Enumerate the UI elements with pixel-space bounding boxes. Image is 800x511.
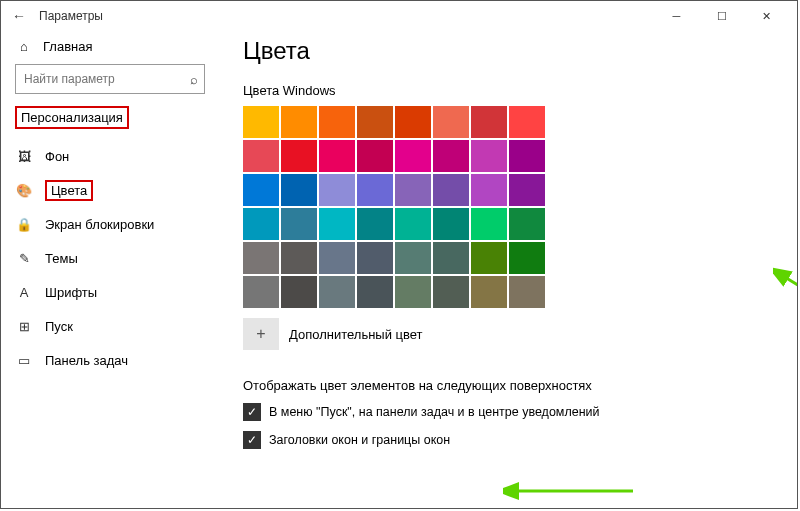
titlebar: ← Параметры ─ ☐ ✕ [1, 1, 797, 31]
color-swatch[interactable] [433, 140, 469, 172]
home-button[interactable]: ⌂ Главная [15, 39, 213, 54]
search-box[interactable]: ⌕ [15, 64, 205, 94]
back-button[interactable]: ← [9, 8, 29, 24]
color-swatch[interactable] [509, 174, 545, 206]
checkmark-icon: ✓ [243, 431, 261, 449]
checkbox-start-taskbar[interactable]: ✓ В меню "Пуск", на панели задач и в цен… [243, 403, 797, 421]
color-swatch[interactable] [433, 174, 469, 206]
window-controls: ─ ☐ ✕ [654, 1, 789, 31]
color-swatch[interactable] [433, 208, 469, 240]
nav-icon: 🔒 [15, 217, 33, 232]
home-label: Главная [43, 39, 92, 54]
color-swatch[interactable] [395, 174, 431, 206]
checkbox-titlebars[interactable]: ✓ Заголовки окон и границы окон [243, 431, 797, 449]
color-swatch[interactable] [509, 106, 545, 138]
checkbox-label: Заголовки окон и границы окон [269, 433, 450, 447]
color-swatch[interactable] [281, 242, 317, 274]
page-heading: Цвета [243, 37, 797, 65]
nav-label: Пуск [45, 319, 73, 334]
color-swatch[interactable] [471, 276, 507, 308]
color-swatch[interactable] [509, 140, 545, 172]
color-swatch[interactable] [357, 208, 393, 240]
color-swatch[interactable] [281, 140, 317, 172]
nav-label: Цвета [45, 180, 93, 201]
nav-item[interactable]: 🖼Фон [15, 139, 213, 173]
more-color-label: Дополнительный цвет [289, 327, 423, 342]
sidebar: ⌂ Главная ⌕ Персонализация 🖼Фон🎨Цвета🔒Эк… [1, 31, 213, 508]
color-swatch[interactable] [319, 174, 355, 206]
color-swatch[interactable] [509, 208, 545, 240]
checkmark-icon: ✓ [243, 403, 261, 421]
color-swatch[interactable] [395, 208, 431, 240]
window-body: ⌂ Главная ⌕ Персонализация 🖼Фон🎨Цвета🔒Эк… [1, 31, 797, 508]
nav-item[interactable]: AШрифты [15, 275, 213, 309]
nav-icon: ⊞ [15, 319, 33, 334]
color-swatch[interactable] [243, 276, 279, 308]
color-swatch[interactable] [243, 208, 279, 240]
color-swatch[interactable] [357, 140, 393, 172]
nav-label: Шрифты [45, 285, 97, 300]
color-swatch[interactable] [319, 106, 355, 138]
category-label: Персонализация [15, 106, 129, 129]
color-swatch[interactable] [395, 106, 431, 138]
color-swatch[interactable] [509, 276, 545, 308]
nav-icon: 🖼 [15, 149, 33, 164]
color-swatch[interactable] [281, 174, 317, 206]
nav-label: Экран блокировки [45, 217, 154, 232]
checkbox-label: В меню "Пуск", на панели задач и в центр… [269, 405, 600, 419]
color-swatch[interactable] [471, 174, 507, 206]
surfaces-heading: Отображать цвет элементов на следующих п… [243, 378, 797, 393]
color-swatch[interactable] [357, 242, 393, 274]
color-swatch[interactable] [281, 106, 317, 138]
color-grid [243, 106, 545, 308]
color-swatch[interactable] [281, 276, 317, 308]
nav-icon: 🎨 [15, 183, 33, 198]
nav-item[interactable]: ⊞Пуск [15, 309, 213, 343]
color-swatch[interactable] [357, 106, 393, 138]
close-button[interactable]: ✕ [744, 1, 789, 31]
color-swatch[interactable] [319, 276, 355, 308]
nav-label: Темы [45, 251, 78, 266]
color-swatch[interactable] [395, 140, 431, 172]
color-swatch[interactable] [471, 242, 507, 274]
minimize-button[interactable]: ─ [654, 1, 699, 31]
search-input[interactable] [16, 72, 176, 86]
color-swatch[interactable] [243, 140, 279, 172]
nav-icon: ✎ [15, 251, 33, 266]
color-swatch[interactable] [433, 242, 469, 274]
color-swatch[interactable] [471, 106, 507, 138]
maximize-button[interactable]: ☐ [699, 1, 744, 31]
nav-item[interactable]: ✎Темы [15, 241, 213, 275]
color-swatch[interactable] [243, 106, 279, 138]
swatch-section-title: Цвета Windows [243, 83, 797, 98]
nav-item[interactable]: 🎨Цвета [15, 173, 213, 207]
color-swatch[interactable] [357, 276, 393, 308]
window-title: Параметры [39, 9, 103, 23]
search-icon: ⌕ [190, 72, 198, 87]
color-swatch[interactable] [395, 276, 431, 308]
color-swatch[interactable] [319, 140, 355, 172]
color-swatch[interactable] [471, 140, 507, 172]
color-swatch[interactable] [509, 242, 545, 274]
color-swatch[interactable] [357, 174, 393, 206]
more-color-button[interactable]: + Дополнительный цвет [243, 318, 797, 350]
plus-icon: + [243, 318, 279, 350]
nav-item[interactable]: ▭Панель задач [15, 343, 213, 377]
annotation-arrow [503, 481, 643, 501]
color-swatch[interactable] [433, 276, 469, 308]
nav-icon: ▭ [15, 353, 33, 368]
color-swatch[interactable] [471, 208, 507, 240]
surfaces-section: Отображать цвет элементов на следующих п… [243, 378, 797, 449]
nav-label: Панель задач [45, 353, 128, 368]
color-swatch[interactable] [243, 242, 279, 274]
nav-item[interactable]: 🔒Экран блокировки [15, 207, 213, 241]
color-swatch[interactable] [243, 174, 279, 206]
color-swatch[interactable] [433, 106, 469, 138]
color-swatch[interactable] [319, 208, 355, 240]
color-swatch[interactable] [319, 242, 355, 274]
color-swatch[interactable] [395, 242, 431, 274]
main-content: Цвета Цвета Windows + Дополнительный цве… [213, 31, 797, 508]
color-swatch[interactable] [281, 208, 317, 240]
nav-icon: A [15, 285, 33, 300]
home-icon: ⌂ [15, 39, 33, 54]
